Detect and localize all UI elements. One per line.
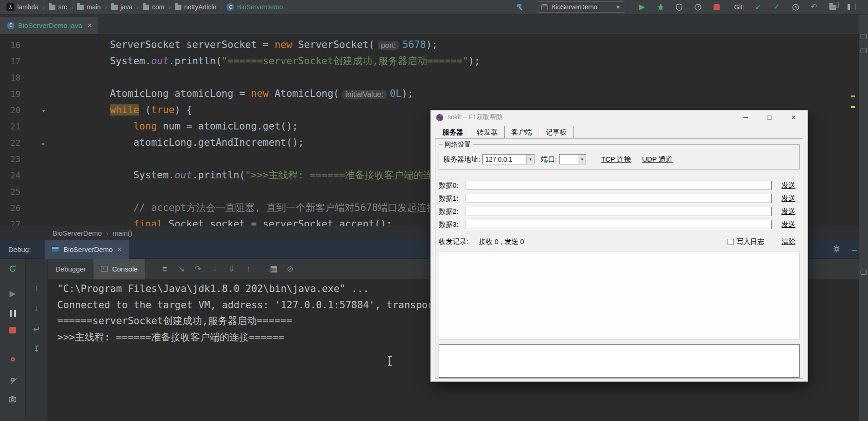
code-text[interactable]: AtomicLong atomicLong = new AtomicLong(i… — [63, 88, 413, 99]
data-input[interactable] — [466, 194, 772, 203]
changed-files-icon[interactable] — [828, 2, 837, 12]
transfer-log-area[interactable] — [439, 251, 800, 340]
clear-button[interactable]: 清除 — [777, 237, 800, 247]
data-input[interactable] — [466, 220, 772, 229]
tcp-connect-button[interactable]: TCP 连接 — [599, 154, 633, 165]
close-button[interactable]: ✕ — [791, 114, 796, 121]
soft-wrap-icon[interactable]: ↵ — [26, 324, 47, 334]
sokit-tab-3[interactable]: 客户端 — [505, 126, 539, 139]
layout-menu-icon[interactable]: ≡ — [156, 265, 173, 274]
breadcrumb-label: BioServerDemo — [237, 3, 283, 11]
git-update-icon[interactable]: ↙ — [754, 2, 763, 12]
send-button[interactable]: 发送 — [777, 193, 800, 204]
hide-panel-icon[interactable]: ─ — [852, 246, 857, 254]
debug-label: Debug: — [8, 245, 31, 253]
code-text[interactable]: System.out.println("======serverSocket创建… — [63, 55, 480, 67]
sokit-tab-4[interactable]: 记事板 — [539, 126, 574, 139]
rerun-icon[interactable] — [0, 265, 25, 275]
sokit-window[interactable]: sokit -- F1获取帮助 ─ □ ✕ 服务器转发器客户端记事板 网络设置 … — [430, 110, 808, 382]
breadcrumb-item-java[interactable]: java — [110, 3, 134, 11]
code-text[interactable]: atomicLong.getAndIncrement(); — [63, 137, 304, 148]
breadcrumb-item-BioServerDemo[interactable]: CBioServerDemo — [226, 3, 284, 11]
server-address-select[interactable]: 127.0.0.1 ▼ — [482, 154, 534, 164]
send-button[interactable]: 发送 — [777, 180, 800, 191]
tab-console[interactable]: Console — [93, 259, 145, 279]
stop-icon[interactable] — [0, 326, 25, 336]
run-config-select[interactable]: BioServerDemo ▼ — [537, 1, 625, 13]
gradle-panel-icon[interactable] — [861, 48, 867, 53]
debug-button[interactable] — [656, 2, 665, 12]
tab-debugger[interactable]: Debugger — [48, 259, 93, 279]
history-icon[interactable] — [791, 2, 800, 12]
step-into-icon[interactable]: ↓ — [207, 265, 223, 274]
view-breakpoints-grid-icon[interactable]: ▦ — [265, 264, 282, 274]
minimize-button[interactable]: ─ — [743, 114, 748, 121]
force-step-into-icon[interactable]: ⇓ — [223, 264, 240, 274]
data-input[interactable] — [466, 207, 772, 216]
line-number: 24 — [0, 167, 20, 183]
scroll-to-end-icon[interactable]: ↧ — [26, 344, 47, 354]
run-button[interactable]: ▶ — [637, 2, 647, 12]
notifications-icon[interactable] — [861, 34, 867, 39]
show-execution-point-icon[interactable]: ↘ — [173, 264, 190, 274]
line-number: 18 — [0, 69, 20, 86]
close-icon[interactable]: ✕ — [87, 22, 93, 29]
console-left-toolbar: ↑ ↓ ↵ ↧ — [26, 259, 48, 421]
toolbar-actions: BioServerDemo ▼ ▶ Git: ↙ ✓ ↶ — [515, 1, 862, 13]
thread-dump-camera-icon[interactable] — [0, 395, 25, 405]
maximize-button[interactable]: □ — [768, 114, 771, 121]
mute-breakpoints-toolbar-icon[interactable]: ⊘ — [282, 264, 299, 274]
send-button[interactable]: 发送 — [777, 206, 800, 217]
breadcrumb-item-com[interactable]: com — [142, 3, 165, 11]
editor-tab[interactable]: C BioServerDemo.java ✕ — [0, 17, 98, 34]
down-stack-icon[interactable]: ↓ — [26, 304, 47, 313]
stop-button[interactable] — [712, 2, 721, 12]
breadcrumb-item-main[interactable]: main — [76, 3, 101, 11]
sokit-titlebar[interactable]: sokit -- F1获取帮助 ─ □ ✕ — [431, 110, 808, 124]
code-text[interactable]: ServerSocket serverSocket = new ServerSo… — [63, 39, 438, 50]
settings-gear-icon[interactable] — [833, 245, 841, 255]
debug-session-tab[interactable]: BioServerDemo ✕ — [45, 240, 129, 259]
editor-breadcrumb-item[interactable]: BioServerDemo — [53, 229, 102, 237]
git-commit-icon[interactable]: ✓ — [772, 2, 781, 12]
build-hammer-icon[interactable] — [515, 2, 525, 12]
udp-channel-button[interactable]: UDP 通道 — [640, 154, 674, 165]
debug-header-actions: ─ — [833, 240, 857, 259]
profiler-icon[interactable] — [693, 2, 702, 12]
stop-square-icon — [714, 4, 720, 10]
sokit-tab-2[interactable]: 转发器 — [470, 126, 505, 139]
send-button[interactable]: 发送 — [777, 219, 800, 230]
dropdown-arrow-icon[interactable]: ▼ — [526, 155, 534, 164]
up-stack-icon[interactable]: ↑ — [26, 283, 47, 293]
editor-tabbar: C BioServerDemo.java ✕ — [0, 14, 868, 34]
mute-breakpoints-icon[interactable] — [0, 374, 25, 384]
breadcrumb-item-nettyArticle[interactable]: nettyArticle — [174, 3, 217, 11]
breadcrumb-separator: › — [220, 4, 222, 11]
debug-left-toolbar: ▶ — [0, 259, 26, 421]
write-log-checkbox[interactable] — [728, 239, 734, 245]
pause-icon[interactable] — [0, 309, 25, 319]
step-over-icon[interactable]: ↷ — [190, 264, 207, 274]
editor-breadcrumb-item[interactable]: main() — [113, 229, 133, 237]
code-line: 17 System.out.println("======serverSocke… — [0, 53, 868, 69]
sokit-tab-1[interactable]: 服务器 — [436, 126, 470, 139]
rollback-icon[interactable]: ↶ — [809, 2, 819, 12]
data-input[interactable] — [466, 181, 772, 190]
dropdown-arrow-icon[interactable]: ▼ — [578, 155, 586, 164]
code-text[interactable]: final Socket socket = serverSocket.accep… — [63, 218, 392, 226]
breadcrumb-item-lambda[interactable]: λlambda — [6, 3, 40, 11]
run-coverage-icon[interactable] — [674, 2, 684, 12]
resume-icon[interactable]: ▶ — [0, 289, 25, 299]
code-text[interactable]: // accept方法会一直阻塞, 直到一个新客户端对5678端口发起连接 — [63, 202, 436, 213]
step-out-icon[interactable]: ↑ — [240, 265, 257, 274]
close-icon[interactable]: ✕ — [117, 246, 122, 253]
view-breakpoints-icon[interactable] — [0, 354, 25, 364]
tool-windows-icon[interactable] — [847, 2, 856, 12]
code-text[interactable]: long num = atomicLong.get(); — [63, 121, 298, 132]
port-select[interactable]: ▼ — [559, 154, 586, 164]
code-text[interactable]: while (true) { — [63, 104, 192, 115]
event-log-icon[interactable] — [861, 270, 867, 275]
sokit-data-rows: 数据0:发送数据1:发送数据2:发送数据3:发送 — [435, 180, 803, 230]
send-data-textarea[interactable] — [439, 344, 800, 378]
breadcrumb-item-src[interactable]: src — [48, 3, 68, 11]
